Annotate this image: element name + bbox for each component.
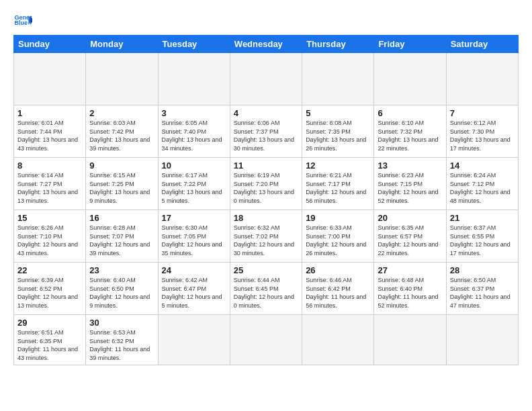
calendar-cell: 24Sunrise: 6:42 AMSunset: 6:47 PMDayligh… — [158, 263, 230, 315]
calendar-cell: 14Sunrise: 6:24 AMSunset: 7:12 PMDayligh… — [446, 158, 518, 210]
day-number: 29 — [17, 318, 82, 328]
day-number: 15 — [17, 213, 82, 223]
calendar-cell: 3Sunrise: 6:05 AMSunset: 7:40 PMDaylight… — [158, 105, 230, 158]
day-number: 4 — [234, 108, 298, 118]
day-number: 28 — [450, 265, 515, 275]
day-info: Sunrise: 6:37 AMSunset: 6:55 PMDaylight:… — [450, 224, 515, 257]
day-number: 16 — [89, 213, 154, 223]
day-number: 3 — [162, 108, 226, 118]
calendar-cell: 11Sunrise: 6:19 AMSunset: 7:20 PMDayligh… — [230, 158, 302, 210]
calendar-cell: 17Sunrise: 6:30 AMSunset: 7:05 PMDayligh… — [158, 210, 230, 263]
day-info: Sunrise: 6:30 AMSunset: 7:05 PMDaylight:… — [162, 224, 226, 257]
calendar-cell: 22Sunrise: 6:39 AMSunset: 6:52 PMDayligh… — [14, 263, 86, 315]
day-number: 11 — [234, 161, 298, 171]
calendar-week-1: 1Sunrise: 6:01 AMSunset: 7:44 PMDaylight… — [14, 105, 519, 158]
day-number: 19 — [306, 213, 370, 223]
day-info: Sunrise: 6:51 AMSunset: 6:35 PMDaylight:… — [17, 328, 82, 362]
calendar-cell: 27Sunrise: 6:48 AMSunset: 6:40 PMDayligh… — [374, 263, 446, 315]
day-number: 9 — [89, 161, 154, 171]
calendar-header-monday: Monday — [86, 36, 158, 53]
day-info: Sunrise: 6:46 AMSunset: 6:42 PMDaylight:… — [306, 276, 370, 310]
calendar-cell: 8Sunrise: 6:14 AMSunset: 7:27 PMDaylight… — [14, 158, 86, 210]
day-number: 21 — [450, 213, 515, 223]
day-info: Sunrise: 6:14 AMSunset: 7:27 PMDaylight:… — [17, 171, 82, 205]
day-number: 20 — [378, 213, 442, 223]
day-number: 6 — [378, 108, 442, 118]
day-number: 26 — [306, 265, 370, 275]
calendar-cell: 2Sunrise: 6:03 AMSunset: 7:42 PMDaylight… — [86, 105, 158, 158]
calendar-cell: 4Sunrise: 6:06 AMSunset: 7:37 PMDaylight… — [230, 105, 302, 158]
day-number: 23 — [89, 265, 154, 275]
calendar-week-0 — [14, 53, 519, 105]
day-info: Sunrise: 6:32 AMSunset: 7:02 PMDaylight:… — [234, 224, 298, 257]
header: General Blue — [13, 11, 519, 30]
day-info: Sunrise: 6:35 AMSunset: 6:57 PMDaylight:… — [378, 224, 442, 257]
calendar-header-saturday: Saturday — [446, 36, 518, 53]
day-info: Sunrise: 6:33 AMSunset: 7:00 PMDaylight:… — [306, 224, 370, 257]
calendar-week-4: 22Sunrise: 6:39 AMSunset: 6:52 PMDayligh… — [14, 263, 519, 315]
day-number: 1 — [17, 108, 82, 118]
day-info: Sunrise: 6:39 AMSunset: 6:52 PMDaylight:… — [17, 276, 82, 310]
calendar-cell — [86, 53, 158, 105]
calendar-cell: 26Sunrise: 6:46 AMSunset: 6:42 PMDayligh… — [302, 263, 374, 315]
day-info: Sunrise: 6:50 AMSunset: 6:37 PMDaylight:… — [450, 276, 515, 310]
calendar-cell: 10Sunrise: 6:17 AMSunset: 7:22 PMDayligh… — [158, 158, 230, 210]
day-number: 12 — [306, 161, 370, 171]
day-info: Sunrise: 6:53 AMSunset: 6:32 PMDaylight:… — [89, 328, 154, 362]
calendar-cell: 7Sunrise: 6:12 AMSunset: 7:30 PMDaylight… — [446, 105, 518, 158]
day-info: Sunrise: 6:40 AMSunset: 6:50 PMDaylight:… — [89, 276, 154, 310]
day-number: 24 — [162, 265, 226, 275]
calendar-table: SundayMondayTuesdayWednesdayThursdayFrid… — [13, 35, 519, 365]
logo-icon: General Blue — [13, 11, 32, 30]
calendar-cell — [446, 53, 518, 105]
day-info: Sunrise: 6:44 AMSunset: 6:45 PMDaylight:… — [234, 276, 298, 310]
day-number: 22 — [17, 265, 82, 275]
calendar-cell: 6Sunrise: 6:10 AMSunset: 7:32 PMDaylight… — [374, 105, 446, 158]
calendar-cell: 19Sunrise: 6:33 AMSunset: 7:00 PMDayligh… — [302, 210, 374, 263]
calendar-cell — [302, 53, 374, 105]
calendar-cell — [446, 315, 518, 365]
calendar-cell: 15Sunrise: 6:26 AMSunset: 7:10 PMDayligh… — [14, 210, 86, 263]
day-info: Sunrise: 6:19 AMSunset: 7:20 PMDaylight:… — [234, 171, 298, 205]
calendar-cell — [158, 315, 230, 365]
calendar-header-sunday: Sunday — [14, 36, 86, 53]
calendar-week-2: 8Sunrise: 6:14 AMSunset: 7:27 PMDaylight… — [14, 158, 519, 210]
day-info: Sunrise: 6:17 AMSunset: 7:22 PMDaylight:… — [162, 171, 226, 205]
day-info: Sunrise: 6:48 AMSunset: 6:40 PMDaylight:… — [378, 276, 442, 310]
day-info: Sunrise: 6:01 AMSunset: 7:44 PMDaylight:… — [17, 119, 82, 152]
day-info: Sunrise: 6:28 AMSunset: 7:07 PMDaylight:… — [89, 224, 154, 257]
day-number: 18 — [234, 213, 298, 223]
calendar-cell: 20Sunrise: 6:35 AMSunset: 6:57 PMDayligh… — [374, 210, 446, 263]
calendar-header-wednesday: Wednesday — [230, 36, 302, 53]
svg-text:Blue: Blue — [14, 19, 28, 26]
calendar-cell: 16Sunrise: 6:28 AMSunset: 7:07 PMDayligh… — [86, 210, 158, 263]
day-info: Sunrise: 6:42 AMSunset: 6:47 PMDaylight:… — [162, 276, 226, 310]
calendar-cell: 23Sunrise: 6:40 AMSunset: 6:50 PMDayligh… — [86, 263, 158, 315]
calendar-cell — [14, 53, 86, 105]
calendar-week-3: 15Sunrise: 6:26 AMSunset: 7:10 PMDayligh… — [14, 210, 519, 263]
day-number: 30 — [89, 318, 154, 328]
day-info: Sunrise: 6:12 AMSunset: 7:30 PMDaylight:… — [450, 119, 515, 152]
calendar-cell: 18Sunrise: 6:32 AMSunset: 7:02 PMDayligh… — [230, 210, 302, 263]
day-info: Sunrise: 6:23 AMSunset: 7:15 PMDaylight:… — [378, 171, 442, 205]
calendar-header-tuesday: Tuesday — [158, 36, 230, 53]
page-container: General Blue SundayMondayTuesdayWednesda… — [0, 0, 532, 372]
calendar-cell: 12Sunrise: 6:21 AMSunset: 7:17 PMDayligh… — [302, 158, 374, 210]
day-info: Sunrise: 6:15 AMSunset: 7:25 PMDaylight:… — [89, 171, 154, 205]
day-info: Sunrise: 6:03 AMSunset: 7:42 PMDaylight:… — [89, 119, 154, 152]
day-number: 27 — [378, 265, 442, 275]
calendar-cell: 5Sunrise: 6:08 AMSunset: 7:35 PMDaylight… — [302, 105, 374, 158]
day-info: Sunrise: 6:21 AMSunset: 7:17 PMDaylight:… — [306, 171, 370, 205]
day-number: 25 — [234, 265, 298, 275]
day-info: Sunrise: 6:06 AMSunset: 7:37 PMDaylight:… — [234, 119, 298, 152]
calendar-cell — [230, 53, 302, 105]
calendar-cell — [374, 53, 446, 105]
calendar-cell: 13Sunrise: 6:23 AMSunset: 7:15 PMDayligh… — [374, 158, 446, 210]
day-number: 13 — [378, 161, 442, 171]
calendar-cell: 9Sunrise: 6:15 AMSunset: 7:25 PMDaylight… — [86, 158, 158, 210]
day-info: Sunrise: 6:05 AMSunset: 7:40 PMDaylight:… — [162, 119, 226, 152]
calendar-cell — [374, 315, 446, 365]
day-info: Sunrise: 6:26 AMSunset: 7:10 PMDaylight:… — [17, 224, 82, 257]
calendar-cell: 29Sunrise: 6:51 AMSunset: 6:35 PMDayligh… — [14, 315, 86, 365]
day-number: 14 — [450, 161, 515, 171]
